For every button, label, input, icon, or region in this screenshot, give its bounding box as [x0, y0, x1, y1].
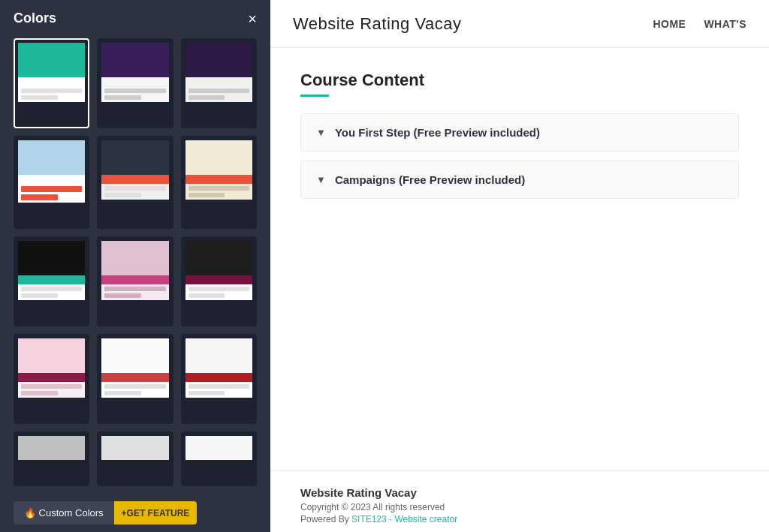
accordion-arrow-1: ▼ [316, 127, 326, 138]
swatch-9[interactable] [181, 236, 257, 326]
get-feature-button[interactable]: +GET FEATURE [114, 501, 198, 524]
site-header: Website Rating Vacay HOME WHAT'S [270, 0, 769, 48]
site-content: Course Content ▼ You First Step (Free Pr… [270, 48, 769, 470]
swatch-11[interactable] [97, 334, 173, 424]
nav-whats[interactable]: WHAT'S [704, 18, 746, 30]
panel-header: Colors × [0, 0, 270, 34]
swatch-15[interactable] [181, 431, 257, 486]
swatch-7[interactable] [14, 236, 89, 326]
panel-footer: 🔥 Custom Colors +GET FEATURE [0, 494, 270, 532]
footer-powered-text: Powered By [300, 514, 351, 524]
accordion-arrow-2: ▼ [316, 174, 326, 185]
swatch-14[interactable] [97, 431, 173, 486]
footer-powered-link[interactable]: SITE123 - Website creator [351, 514, 457, 524]
accordion-item-2[interactable]: ▼ Campaigns (Free Preview included) [300, 161, 739, 199]
title-underline [300, 95, 329, 97]
site-title: Website Rating Vacay [293, 14, 461, 34]
color-grid [0, 34, 270, 494]
swatch-1[interactable] [14, 38, 89, 128]
swatch-2[interactable] [97, 38, 173, 128]
color-panel: Colors × [0, 0, 270, 532]
swatch-10[interactable] [14, 334, 89, 424]
accordion-label-1: You First Step (Free Preview included) [335, 126, 540, 139]
swatch-6[interactable] [181, 136, 257, 229]
accordion-label-2: Campaigns (Free Preview included) [335, 173, 525, 186]
footer-copyright: Copyright © 2023 All rights reserved [300, 502, 739, 512]
swatch-13[interactable] [14, 431, 89, 486]
footer-powered: Powered By SITE123 - Website creator [300, 514, 739, 524]
site-nav: HOME WHAT'S [653, 18, 746, 30]
swatch-8[interactable] [97, 236, 173, 326]
course-content-title: Course Content [300, 71, 739, 90]
nav-home[interactable]: HOME [653, 18, 686, 30]
swatch-3[interactable] [181, 38, 257, 128]
accordion-item-1[interactable]: ▼ You First Step (Free Preview included) [300, 113, 739, 152]
swatch-12[interactable] [181, 334, 257, 424]
footer-site-name: Website Rating Vacay [300, 486, 739, 499]
close-button[interactable]: × [248, 11, 257, 26]
right-panel: Website Rating Vacay HOME WHAT'S Course … [270, 0, 769, 532]
swatch-4[interactable] [14, 136, 89, 229]
swatch-5[interactable] [97, 136, 173, 229]
panel-title: Colors [14, 11, 56, 26]
site-footer: Website Rating Vacay Copyright © 2023 Al… [270, 470, 769, 532]
custom-colors-button[interactable]: 🔥 Custom Colors [14, 501, 114, 524]
